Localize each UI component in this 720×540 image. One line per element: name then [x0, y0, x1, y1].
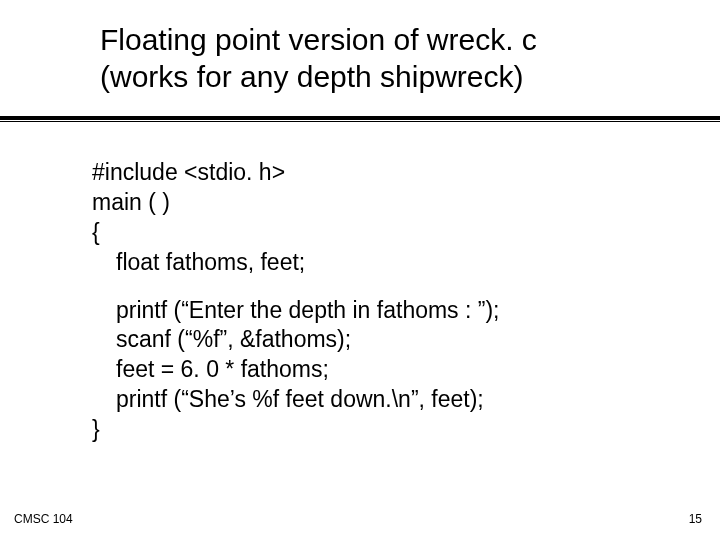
code-line: } [92, 416, 100, 442]
code-line: scanf (“%f”, &fathoms); [92, 325, 500, 355]
code-line: printf (“She’s %f feet down.\n”, feet); [92, 385, 500, 415]
code-line: feet = 6. 0 * fathoms; [92, 355, 500, 385]
slide: Floating point version of wreck. c (work… [0, 0, 720, 540]
code-line: #include <stdio. h> [92, 159, 285, 185]
footer-page-number: 15 [689, 512, 702, 526]
code-line: printf (“Enter the depth in fathoms : ”)… [92, 296, 500, 326]
code-line: float fathoms, feet; [92, 248, 500, 278]
code-line: { [92, 219, 100, 245]
title-line-1: Floating point version of wreck. c [100, 23, 537, 56]
slide-title: Floating point version of wreck. c (work… [100, 22, 660, 95]
footer-course: CMSC 104 [14, 512, 73, 526]
code-block: #include <stdio. h> main ( ) { float fat… [92, 158, 500, 445]
title-line-2: (works for any depth shipwreck) [100, 60, 524, 93]
code-line: main ( ) [92, 189, 170, 215]
title-divider [0, 116, 720, 122]
